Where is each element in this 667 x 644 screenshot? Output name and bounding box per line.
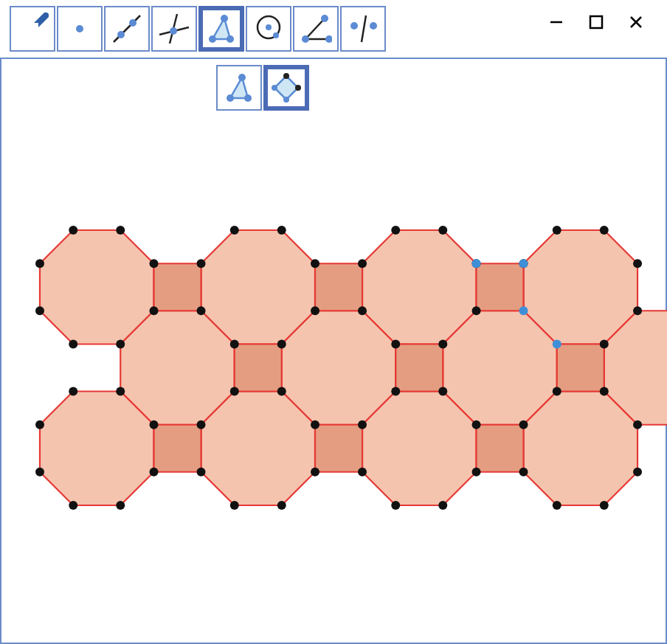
vertex-point[interactable] (553, 387, 561, 396)
vertex-point[interactable] (358, 306, 367, 315)
vertex-point[interactable] (150, 306, 159, 315)
vertex-point[interactable] (553, 501, 561, 510)
vertex-point[interactable] (277, 340, 286, 349)
vertex-point[interactable] (311, 259, 319, 268)
vertex-point[interactable] (150, 259, 159, 268)
octagon[interactable] (362, 392, 477, 506)
vertex-point[interactable] (553, 340, 561, 349)
vertex-point[interactable] (116, 501, 125, 510)
vertex-point[interactable] (311, 420, 319, 429)
vertex-point[interactable] (116, 340, 125, 349)
vertex-point[interactable] (69, 501, 77, 510)
vertex-point[interactable] (35, 420, 44, 429)
vertex-point[interactable] (35, 306, 44, 315)
vertex-point[interactable] (391, 387, 400, 396)
vertex-point[interactable] (197, 468, 206, 477)
vertex-point[interactable] (600, 387, 609, 396)
vertex-point[interactable] (197, 259, 206, 268)
square[interactable] (395, 344, 443, 392)
vertex-point[interactable] (358, 259, 367, 268)
octagon[interactable] (524, 392, 638, 506)
vertex-point[interactable] (69, 387, 77, 396)
vertex-point[interactable] (230, 340, 239, 349)
vertex-point[interactable] (197, 306, 206, 315)
vertex-point[interactable] (277, 387, 286, 396)
vertex-point[interactable] (633, 259, 642, 268)
vertex-point[interactable] (438, 501, 447, 510)
vertex-point[interactable] (230, 387, 239, 396)
vertex-point[interactable] (472, 259, 481, 268)
vertex-point[interactable] (438, 226, 447, 235)
vertex-point[interactable] (230, 226, 239, 235)
square[interactable] (477, 263, 524, 311)
vertex-point[interactable] (311, 468, 319, 477)
vertex-point[interactable] (277, 501, 286, 510)
vertex-point[interactable] (600, 501, 609, 510)
vertex-point[interactable] (519, 420, 528, 429)
square[interactable] (235, 344, 282, 392)
square[interactable] (154, 263, 201, 311)
vertex-point[interactable] (600, 226, 609, 235)
octagon[interactable] (201, 392, 316, 506)
vertex-point[interactable] (472, 306, 481, 315)
vertex-point[interactable] (358, 468, 367, 477)
vertex-point[interactable] (438, 340, 447, 349)
vertex-point[interactable] (197, 420, 206, 429)
vertex-point[interactable] (391, 501, 400, 510)
square[interactable] (154, 425, 201, 472)
vertex-point[interactable] (69, 340, 77, 349)
geometry-app-window (0, 0, 667, 644)
vertex-point[interactable] (230, 501, 239, 510)
vertex-point[interactable] (391, 226, 400, 235)
square[interactable] (315, 263, 362, 311)
vertex-point[interactable] (553, 226, 561, 235)
vertex-point[interactable] (438, 387, 447, 396)
square[interactable] (315, 425, 362, 472)
vertex-point[interactable] (472, 420, 481, 429)
vertex-point[interactable] (116, 226, 125, 235)
vertex-point[interactable] (519, 306, 528, 315)
vertex-point[interactable] (358, 420, 367, 429)
vertex-point[interactable] (633, 306, 642, 315)
vertex-point[interactable] (35, 259, 44, 268)
vertex-point[interactable] (633, 420, 642, 429)
vertex-point[interactable] (150, 468, 159, 477)
vertex-point[interactable] (69, 226, 77, 235)
vertex-point[interactable] (116, 387, 125, 396)
construction-canvas[interactable] (0, 0, 667, 644)
vertex-point[interactable] (150, 420, 159, 429)
vertex-point[interactable] (633, 468, 642, 477)
vertex-point[interactable] (391, 340, 400, 349)
vertex-point[interactable] (472, 468, 481, 477)
vertex-point[interactable] (600, 340, 609, 349)
vertex-point[interactable] (35, 468, 44, 477)
square[interactable] (557, 344, 604, 392)
vertex-point[interactable] (311, 306, 319, 315)
vertex-point[interactable] (277, 226, 286, 235)
octagon[interactable] (40, 392, 154, 506)
square[interactable] (477, 425, 524, 472)
vertex-point[interactable] (519, 468, 528, 477)
vertex-point[interactable] (519, 259, 528, 268)
